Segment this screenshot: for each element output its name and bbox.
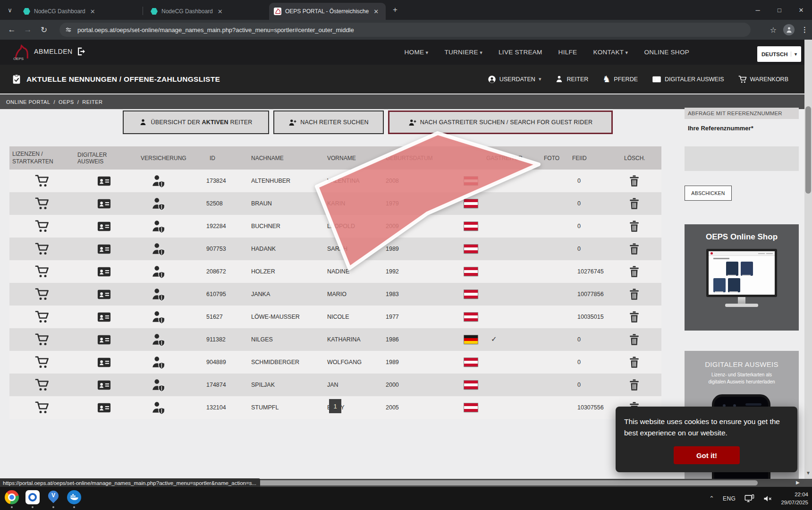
breadcrumb-oeps[interactable]: OEPS — [59, 99, 74, 105]
cart-icon[interactable] — [35, 196, 49, 211]
clock[interactable]: 22:04 29/07/2025 — [781, 491, 808, 506]
close-button[interactable]: ✕ — [790, 7, 812, 14]
nav-livestream[interactable]: LIVE STREAM — [499, 49, 542, 56]
maximize-button[interactable]: □ — [769, 7, 790, 14]
breadcrumb-reiter[interactable]: REITER — [82, 99, 102, 105]
active-riders-overview-button[interactable]: ÜBERSICHT DER AKTIVEN REITER — [123, 110, 269, 134]
search-guest-rider-button[interactable]: NACH GASTREITER SUCHEN / SEARCH FOR GUES… — [388, 110, 613, 134]
scroll-down-icon[interactable]: ▼ — [806, 470, 811, 476]
insurance-icon[interactable] — [151, 196, 166, 211]
browser-tab-active[interactable]: OEPS PORTAL - Österreichische ✕ — [269, 3, 386, 20]
digital-id-card-icon[interactable] — [97, 400, 111, 415]
tab-close-icon[interactable]: ✕ — [90, 8, 95, 15]
vertical-scrollbar-thumb[interactable] — [805, 106, 811, 194]
online-shop-banner[interactable]: OEPS Online Shop — [685, 224, 799, 331]
reload-button[interactable]: ↻ — [36, 25, 52, 35]
insurance-icon[interactable] — [151, 400, 166, 415]
digital-id-card-icon[interactable] — [97, 219, 111, 234]
cart-icon[interactable] — [35, 264, 49, 279]
subnav-digitaler-ausweis[interactable]: DIGITALER AUSWEIS — [652, 75, 724, 84]
tab-close-icon[interactable]: ✕ — [373, 8, 379, 15]
delete-trash-icon[interactable] — [628, 311, 641, 323]
nav-onlineshop[interactable]: ONLINE SHOP — [644, 49, 689, 56]
back-button[interactable]: ← — [4, 25, 20, 34]
keyboard-language[interactable]: ENG — [723, 495, 736, 502]
language-selector[interactable]: DEUTSCH ▾ — [757, 46, 801, 62]
nav-hilfe[interactable]: HILFE — [558, 49, 577, 56]
delete-trash-icon[interactable] — [628, 220, 641, 233]
delete-trash-icon[interactable] — [628, 243, 641, 255]
digital-id-card-icon[interactable] — [97, 174, 111, 188]
insurance-icon[interactable] — [151, 310, 166, 324]
subnav-pferde[interactable]: ♞ PFERDE — [602, 75, 638, 84]
cart-icon[interactable] — [35, 174, 49, 188]
subnav-warenkorb[interactable]: WARENKORB — [738, 75, 789, 84]
scroll-right-icon[interactable]: ▶ — [796, 480, 800, 485]
cookie-accept-button[interactable]: Got it! — [674, 446, 740, 464]
submit-button[interactable]: ABSCHICKEN — [685, 186, 732, 201]
display-icon[interactable] — [744, 493, 754, 504]
browser-menu-icon[interactable]: ⋮ — [801, 26, 808, 34]
cart-icon[interactable] — [35, 219, 49, 233]
subnav-userdaten[interactable]: USERDATEN — [488, 75, 541, 84]
insurance-icon[interactable] — [151, 174, 166, 188]
new-tab-button[interactable]: + — [393, 6, 398, 14]
volume-muted-icon[interactable] — [763, 494, 772, 503]
digital-id-card-icon[interactable] — [97, 310, 111, 324]
digital-id-card-icon[interactable] — [97, 242, 111, 256]
digital-id-card-icon[interactable] — [97, 378, 111, 392]
delete-trash-icon[interactable] — [628, 333, 641, 346]
cart-icon[interactable] — [35, 287, 49, 301]
insurance-icon[interactable] — [151, 378, 166, 392]
cart-icon[interactable] — [35, 242, 49, 256]
bookmark-star-icon[interactable]: ☆ — [770, 26, 777, 34]
insurance-icon[interactable] — [151, 287, 166, 302]
profile-avatar[interactable] — [783, 24, 795, 35]
taskbar-chrome-icon[interactable] — [5, 490, 19, 504]
browser-tab-2[interactable]: NodeCG Dashboard ✕ — [146, 3, 259, 20]
pagination-page-1[interactable]: 1 — [329, 399, 341, 413]
taskbar-docker-icon[interactable] — [67, 490, 81, 504]
browser-tab-1[interactable]: NodeCG Dashboard ✕ — [18, 3, 140, 20]
insurance-icon[interactable] — [151, 264, 166, 279]
digital-id-card-icon[interactable] — [97, 287, 111, 302]
subnav-reiter[interactable]: REITER — [555, 75, 588, 83]
tab-close-icon[interactable]: ✕ — [218, 8, 223, 15]
forward-button[interactable]: → — [20, 25, 36, 34]
cart-icon[interactable] — [35, 400, 49, 415]
tab-search-chevron-icon[interactable]: ∨ — [4, 4, 16, 16]
reference-number-input[interactable] — [685, 146, 799, 171]
insurance-icon[interactable] — [151, 242, 166, 256]
insurance-icon[interactable] — [151, 219, 166, 234]
cart-icon[interactable] — [35, 310, 49, 324]
cart-icon[interactable] — [35, 378, 49, 392]
address-bar[interactable]: portal.oeps.at/oeps/set-online/manage_na… — [59, 23, 751, 37]
minimize-button[interactable]: ─ — [747, 7, 769, 14]
delete-trash-icon[interactable] — [628, 197, 641, 210]
site-settings-icon[interactable] — [62, 24, 75, 36]
horizontal-scrollbar-thumb[interactable] — [255, 480, 758, 485]
logout-button[interactable]: ABMELDEN — [34, 47, 86, 56]
insurance-icon[interactable] — [151, 332, 166, 347]
nav-kontakt[interactable]: KONTAKT — [593, 49, 628, 56]
digital-id-card-icon[interactable] — [97, 332, 111, 347]
cart-icon[interactable] — [35, 332, 49, 347]
delete-trash-icon[interactable] — [628, 288, 641, 301]
insurance-icon[interactable] — [151, 355, 166, 370]
tray-expand-icon[interactable]: ⌃ — [709, 495, 714, 502]
digital-id-card-icon[interactable] — [97, 196, 111, 211]
taskbar-pin-icon[interactable]: V — [46, 490, 60, 504]
breadcrumb-online-portal[interactable]: ONLINE PORTAL — [6, 99, 51, 105]
delete-trash-icon[interactable] — [628, 265, 641, 278]
delete-trash-icon[interactable] — [628, 175, 641, 187]
digital-id-card-icon[interactable] — [97, 355, 111, 370]
nav-home[interactable]: HOME — [405, 49, 429, 56]
delete-trash-icon[interactable] — [628, 356, 641, 369]
vertical-scrollbar[interactable]: ▼ — [804, 40, 812, 479]
digital-id-card-icon[interactable] — [97, 264, 111, 279]
taskbar-obs-icon[interactable] — [25, 490, 40, 504]
delete-trash-icon[interactable] — [628, 379, 641, 391]
search-rider-button[interactable]: NACH REITER SUCHEN — [273, 110, 384, 134]
cart-icon[interactable] — [35, 355, 49, 369]
nav-turniere[interactable]: TURNIERE — [444, 49, 482, 56]
